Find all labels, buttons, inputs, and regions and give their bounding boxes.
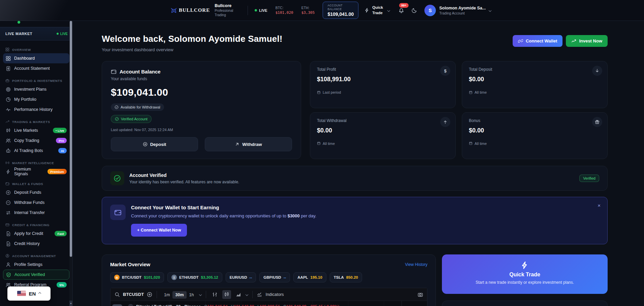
sidebar-item-label: My Portfolio — [14, 97, 36, 102]
indicators-button[interactable]: Indicators — [265, 292, 284, 297]
ohlc-o-key: O — [204, 304, 207, 306]
sidebar-item-credit-history[interactable]: Credit History — [3, 239, 69, 249]
interval-button-1m[interactable]: 1m — [161, 291, 172, 299]
ticker-chip-eur-usd[interactable]: EUR/USD-- — [226, 272, 256, 282]
chip-price: $3,305.12 — [201, 275, 218, 279]
sidebar-item-performance-history[interactable]: Performance History — [3, 104, 69, 115]
sidebar-item-account-statement[interactable]: Account Statement — [3, 63, 69, 73]
arrow-up-right-icon — [235, 142, 239, 147]
user-menu[interactable]: S Solomon Ayomide Sa... Trading Account — [424, 5, 491, 16]
sidebar-item-investment-plans[interactable]: Investment Plans — [3, 84, 69, 94]
verified-account-badge: Verified Account — [111, 115, 152, 123]
last-updated-text: Last updated: Nov 07, 2025 12:24 AM — [111, 128, 292, 132]
sidebar-scrollbar-down-arrow[interactable]: ▼ — [69, 301, 72, 306]
view-history-link[interactable]: View History — [405, 262, 427, 267]
sidebar-section-header: MARKET INTELLIGENCE — [5, 161, 67, 165]
chart-legend: B Bitcoin / TetherUS · 30 · Binance O101… — [128, 304, 340, 306]
activity-icon — [6, 107, 11, 112]
quick-trade-menu[interactable]: Quick Trade — [364, 5, 390, 16]
toolbar-divider — [206, 291, 206, 298]
pluscircle-icon — [6, 190, 11, 195]
avatar: S — [424, 5, 436, 16]
sidebar-item-withdraw-funds[interactable]: Withdraw Funds — [3, 197, 69, 208]
chip-symbol: GBP/USD — [263, 275, 281, 279]
account-balance-box[interactable]: ACCOUNT BALANCE $109,041.00 — [323, 2, 358, 19]
area-chart-type-button[interactable] — [234, 290, 243, 299]
interval-button-1h[interactable]: 1h — [187, 291, 197, 299]
sidebar-scrollbar-thumb[interactable] — [70, 21, 72, 257]
connect-wallet-now-button[interactable]: + Connect Wallet Now — [131, 224, 187, 237]
chevron-down-icon[interactable] — [199, 293, 202, 296]
ticker-chip-gbp-usd[interactable]: GBP/USD-- — [259, 272, 290, 282]
sidebar-item-copy-trading[interactable]: Copy TradingPro — [3, 135, 69, 146]
sidebar-item-live-markets[interactable]: Live MarketsLive — [3, 125, 69, 135]
sidebar-item-dashboard[interactable]: Dashboard — [3, 53, 69, 63]
sidebar-item-deposit-funds[interactable]: Deposit Funds — [3, 187, 69, 197]
sidebar-item-premium-signals[interactable]: Premium SignalsPremium — [3, 166, 69, 177]
asset-icon: Ξ — [171, 275, 177, 280]
chip-price: -- — [250, 275, 252, 279]
close-icon[interactable]: × — [598, 203, 601, 208]
stat-value: $108,991.00 — [317, 76, 449, 83]
sidebar-scrollbar[interactable]: ▼ — [69, 21, 72, 306]
chevron-down-icon — [387, 9, 390, 11]
sidebar-badge: Pro — [56, 138, 67, 143]
withdraw-button[interactable]: Withdraw — [205, 137, 292, 151]
notifications-button[interactable]: 99+ — [398, 7, 404, 13]
market-overview-title: Market Overview — [110, 262, 150, 267]
asset-icon: B — [114, 275, 120, 280]
quick-trade-card[interactable]: Quick Trade Start a new trade instantly … — [442, 254, 608, 294]
sidebar-item-profile-settings[interactable]: Profile Settings — [3, 259, 69, 270]
stat-value: $0.00 — [469, 127, 601, 134]
ticker-chip-tsla[interactable]: TSLA850.20 — [330, 272, 362, 282]
compare-plus-icon[interactable] — [147, 292, 152, 297]
zap-icon — [521, 261, 529, 269]
user-role: Trading Account — [439, 11, 486, 15]
place-trade-card: Place a Trade Asset — [442, 301, 608, 306]
chart-body: 105,000.00104,000.00103,000.00 B Bitcoin… — [110, 301, 427, 306]
crosshair-tool-button[interactable] — [112, 304, 122, 306]
exchange-badge: B — [128, 304, 133, 306]
sidebar-item-account-verified[interactable]: Account Verified — [3, 270, 69, 280]
chart-symbol[interactable]: BTCUSDT — [123, 292, 144, 297]
calendar-icon — [469, 142, 473, 145]
brand-logo: BULLCORE Bullcore Professional Trading — [170, 3, 241, 17]
sidebar-item-ai-trading-bots[interactable]: AI Trading BotsAI — [3, 146, 69, 156]
sidebar-item-apply-for-credit[interactable]: Apply for CreditFast — [3, 228, 69, 239]
stat-value: $0.00 — [317, 127, 449, 134]
search-icon[interactable] — [115, 292, 120, 297]
price-axis[interactable]: 105,000.00104,000.00103,000.00 — [401, 301, 427, 306]
sidebar-item-label: Live Markets — [14, 128, 38, 133]
brand-name: Bullcore — [215, 3, 241, 8]
toolbar-divider — [157, 291, 157, 298]
stat-value: $0.00 — [469, 76, 601, 83]
ticker-chip-aapl[interactable]: AAPL195.10 — [293, 272, 326, 282]
language-selector[interactable]: EN — [7, 286, 51, 301]
sidebar-item-label: Performance History — [14, 107, 53, 112]
top-navbar: BULLCORE Bullcore Professional Trading L… — [0, 0, 644, 21]
wallet-banner-amount: $3000 — [288, 213, 300, 218]
camera-icon[interactable] — [418, 292, 423, 297]
theme-toggle[interactable] — [412, 7, 417, 13]
sidebar-section-label: PORTFOLIO & INVESTMENTS — [12, 79, 62, 83]
sidebar-item-internal-transfer[interactable]: Internal Transfer — [3, 208, 69, 218]
bars-chart-type-button[interactable] — [211, 290, 219, 299]
deposit-button[interactable]: Deposit — [111, 137, 198, 151]
live-market-banner: LIVE MARKET LIVE — [0, 27, 72, 40]
usercircle-icon — [5, 254, 9, 258]
interval-button-30m[interactable]: 30m — [172, 291, 186, 299]
stat-icon-circle — [592, 117, 602, 127]
sidebar-badge: Live — [53, 128, 67, 133]
candles-chart-type-button[interactable] — [222, 290, 231, 299]
live-indicator: LIVE — [255, 8, 267, 12]
invest-now-button[interactable]: Invest Now — [566, 35, 608, 47]
ticker-chip-eth-usdt[interactable]: ΞETH/USDT$3,305.12 — [167, 272, 222, 282]
chevron-down-icon[interactable] — [246, 293, 248, 296]
interval-buttons: 1m30m1h — [161, 292, 196, 298]
wallet-icon — [111, 69, 117, 74]
minuscircle-icon — [6, 200, 11, 205]
connect-wallet-button[interactable]: Connect Wallet — [513, 35, 562, 47]
ticker-chip-btc-usdt[interactable]: BBTC/USDT$101,020 — [110, 272, 164, 282]
sidebar-item-my-portfolio[interactable]: My Portfolio — [3, 94, 69, 104]
wallet-icon-tile — [110, 205, 126, 220]
